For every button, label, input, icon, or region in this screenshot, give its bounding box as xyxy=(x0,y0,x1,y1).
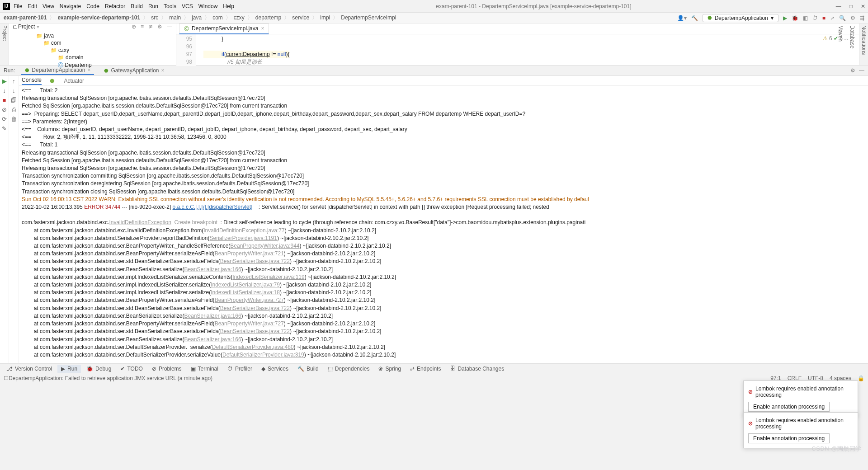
close-icon: ✕ xyxy=(861,3,865,9)
gutter[interactable]: 95969798 xyxy=(176,34,196,66)
breadcrumb[interactable]: exam-parent-101〉example-service-departem… xyxy=(0,13,868,24)
run-actions-2[interactable]: ↑↓🗐⎙🗑 xyxy=(9,76,19,363)
bottom-run[interactable]: ▶Run xyxy=(57,365,81,373)
rail-notifications[interactable]: Notifications xyxy=(861,25,867,63)
menu-run[interactable]: Run xyxy=(148,3,158,9)
titlebar: IJ FileEditViewNavigateCodeRefactorBuild… xyxy=(0,0,868,13)
crumb-6[interactable]: czxy xyxy=(234,14,245,21)
crumb-0[interactable]: exam-parent-101 xyxy=(4,14,47,21)
inspection-info[interactable]: ⚠ 6 ✔ 6 ︿ ﹀ xyxy=(823,35,855,42)
enable-annotation-btn[interactable]: Enable annotation processing xyxy=(748,402,830,412)
user-icon[interactable]: 👤▾ xyxy=(677,15,687,21)
menu-refactor[interactable]: Refactor xyxy=(105,3,125,9)
console-output[interactable]: <== Total: 2Releasing transactional SqlS… xyxy=(19,86,868,363)
actuator-tab: ⬣ Actuator xyxy=(50,78,92,84)
toast-lombok-1: ⊘Lombok requires enabled annotation proc… xyxy=(743,381,858,417)
watermark: CSDN @陶然同学 xyxy=(811,445,862,453)
git-icon[interactable]: ↗ xyxy=(830,15,835,21)
maximize-icon: □ xyxy=(849,3,853,9)
bottom-debug[interactable]: 🐞Debug xyxy=(83,365,115,373)
crumb-2[interactable]: src xyxy=(151,14,158,21)
bottom-services[interactable]: ◆Services xyxy=(258,365,292,373)
console-tabs[interactable]: Console ⬣ Actuator xyxy=(19,76,868,86)
tree-czxy: czxy xyxy=(36,47,176,54)
crumb-5[interactable]: com xyxy=(212,14,223,21)
menu-file[interactable]: File xyxy=(14,3,22,9)
menu-tools[interactable]: Tools xyxy=(164,3,176,9)
minimize-icon: — xyxy=(836,3,841,9)
settings-icon[interactable]: ⚙ xyxy=(850,15,855,21)
locate-icon[interactable]: ⊕ xyxy=(132,24,136,30)
menu-code[interactable]: Code xyxy=(86,3,99,9)
error-icon: ⊘ xyxy=(748,420,753,427)
bottom-profiler[interactable]: ⏱Profiler xyxy=(224,365,256,373)
bottom-spring[interactable]: ❀Spring xyxy=(375,365,405,373)
bottom-terminal[interactable]: ▣Terminal xyxy=(187,365,222,373)
debug-icon[interactable]: 🐞 xyxy=(792,15,798,21)
main-menu[interactable]: FileEditViewNavigateCodeRefactorBuildRun… xyxy=(14,3,240,9)
menu-view[interactable]: View xyxy=(42,3,54,9)
bottom-version-control[interactable]: ⎇Version Control xyxy=(3,365,56,373)
menu-vcs[interactable]: VCS xyxy=(182,3,193,9)
coverage-icon[interactable]: ◧ xyxy=(803,15,808,21)
class-icon: Ⓒ xyxy=(184,25,189,32)
crumb-8[interactable]: service xyxy=(292,14,309,21)
toast-title: Lombok requires enabled annotation proce… xyxy=(755,417,853,430)
bottom-toolbar[interactable]: ⎇Version Control▶Run🐞Debug✔TODO⊘Problems… xyxy=(0,363,868,373)
project-tool-window: 🗀 Project▾ ⊕≡≢⚙— java com czxy domain De… xyxy=(9,24,176,65)
hammer-icon[interactable]: 🔨 xyxy=(691,15,698,21)
run-tab-gateway[interactable]: ⬣GatewayApplication × xyxy=(100,66,168,75)
lock-icon[interactable]: 🔒 xyxy=(858,375,864,381)
profile-icon[interactable]: ⏱ xyxy=(812,15,818,21)
more-icon[interactable]: ⇶ xyxy=(860,15,864,21)
run-label: Run: xyxy=(4,67,15,74)
code-area[interactable]: } if(currentDepartemp != null){ //5 如果是部… xyxy=(196,34,289,66)
error-icon: ⊘ xyxy=(748,389,753,395)
close-tab-icon[interactable]: × xyxy=(261,25,264,32)
run-actions[interactable]: ▶↓■⊘⟳✎ xyxy=(0,76,9,363)
run-config-select[interactable]: ⬣DepartempApplication▾ xyxy=(703,14,778,22)
gear-icon[interactable]: ⚙ xyxy=(157,24,162,30)
window-controls[interactable]: —□✕ xyxy=(828,3,865,9)
crumb-7[interactable]: departemp xyxy=(255,14,281,21)
enable-annotation-btn[interactable]: Enable annotation processing xyxy=(748,433,830,443)
bottom-endpoints[interactable]: ⇄Endpoints xyxy=(406,365,444,373)
run-header: Run: ⬣DepartempApplication × ⬣GatewayApp… xyxy=(0,65,868,76)
editor-tab[interactable]: ⒸDepartempServiceImpl.java× xyxy=(179,24,269,34)
crumb-4[interactable]: java xyxy=(192,14,202,21)
folder-icon: 🗀 xyxy=(13,24,18,30)
tree-java: java xyxy=(36,32,176,39)
bottom-build[interactable]: 🔨Build xyxy=(294,365,322,373)
menu-navigate[interactable]: Navigate xyxy=(60,3,81,9)
stop-icon[interactable]: ■ xyxy=(822,15,826,21)
toast-title: Lombok requires enabled annotation proce… xyxy=(755,385,853,398)
window-title: exam-parent-101 - DepartempServiceImpl.j… xyxy=(240,3,828,9)
collapse-icon[interactable]: ≢ xyxy=(148,24,153,30)
crumb-9[interactable]: impl xyxy=(320,14,330,21)
menu-edit[interactable]: Edit xyxy=(28,3,37,9)
hide-icon[interactable]: — xyxy=(167,24,172,30)
bottom-todo[interactable]: ✔TODO xyxy=(117,365,146,373)
project-tree[interactable]: java com czxy domain Departemp xyxy=(9,30,176,71)
bottom-problems[interactable]: ⊘Problems xyxy=(148,365,185,373)
run-tab-departemp[interactable]: ⬣DepartempApplication × xyxy=(21,66,94,75)
project-title: Project xyxy=(18,24,35,30)
bottom-dependencies[interactable]: ⬚Dependencies xyxy=(324,365,373,373)
run-hide-icon[interactable]: — xyxy=(859,67,864,74)
crumb-1[interactable]: example-service-departemp-101 xyxy=(57,14,140,21)
expand-icon[interactable]: ≡ xyxy=(141,24,144,30)
menu-build[interactable]: Build xyxy=(131,3,143,9)
tree-com: com xyxy=(36,39,176,47)
crumb-3[interactable]: main xyxy=(169,14,181,21)
left-rail-project[interactable]: Project xyxy=(0,24,9,65)
right-rail[interactable]: NotificationsDatabaseMaven xyxy=(859,24,868,65)
menu-help[interactable]: Help xyxy=(223,3,234,9)
run-settings-icon[interactable]: ⚙ xyxy=(850,67,855,74)
ij-logo: IJ xyxy=(3,3,10,10)
search-icon[interactable]: 🔍 xyxy=(839,15,846,21)
run-icon[interactable]: ▶ xyxy=(783,15,787,21)
menu-window[interactable]: Window xyxy=(198,3,218,9)
console-tab: Console xyxy=(22,77,42,85)
bottom-database-changes[interactable]: 🗄Database Changes xyxy=(446,365,508,373)
crumb-10[interactable]: DepartempServiceImpl xyxy=(341,14,396,21)
